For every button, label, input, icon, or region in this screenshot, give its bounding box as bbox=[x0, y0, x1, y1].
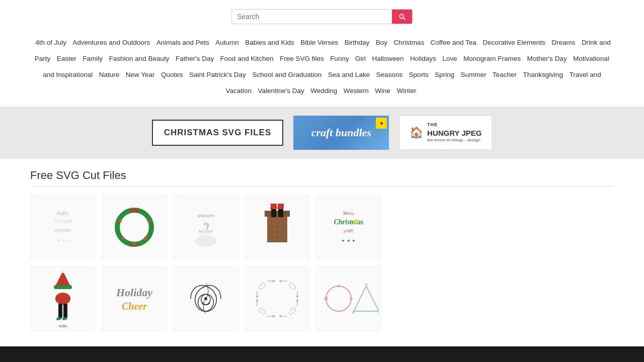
nav-link-western[interactable]: Western bbox=[344, 87, 369, 95]
svg-text:Merry: Merry bbox=[343, 211, 355, 216]
craftbundles-banner[interactable]: craft bundles ✦ bbox=[293, 116, 389, 150]
nav-link-seasons[interactable]: Seasons bbox=[376, 71, 403, 78]
svg-point-70 bbox=[365, 283, 368, 286]
nav-link-christmas[interactable]: Christmas bbox=[393, 39, 424, 46]
hungry-name: HUNGRY JPEG bbox=[427, 128, 481, 138]
svg-point-65 bbox=[326, 286, 351, 311]
svg-item-swirls[interactable] bbox=[173, 266, 238, 331]
hungryjpeg-banner[interactable]: 🏠 THE HUNGRY JPEG the home of cheap... d… bbox=[399, 116, 492, 150]
nav-link-family[interactable]: Family bbox=[83, 55, 103, 62]
nav-link-wedding[interactable]: Wedding bbox=[310, 87, 337, 95]
svg-rect-40 bbox=[63, 304, 67, 318]
banner-section: CHRISTMAS SVG FILES craft bundles ✦ 🏠 TH… bbox=[0, 107, 644, 159]
nav-link-girl[interactable]: Girl bbox=[355, 55, 366, 62]
svg-item-elfie[interactable]: #elfie bbox=[30, 266, 96, 331]
nav-link-wine[interactable]: Wine bbox=[375, 87, 390, 95]
nav-link-spring[interactable]: Spring bbox=[435, 71, 454, 78]
nav-link-boy[interactable]: Boy bbox=[376, 39, 387, 46]
nav-link-coffee[interactable]: Coffee and Tea bbox=[431, 39, 476, 46]
nav-link-autumn[interactable]: Autumn bbox=[215, 39, 239, 46]
nav-link-school[interactable]: School and Graduation bbox=[252, 71, 321, 78]
svg-point-68 bbox=[337, 285, 340, 288]
nav-link-mothers[interactable]: Mother's Day bbox=[527, 55, 567, 62]
nav-link-valentines[interactable]: Valentine's Day bbox=[258, 87, 304, 95]
svg-item-arrows[interactable] bbox=[245, 266, 310, 331]
nav-link-nature[interactable]: Nature bbox=[99, 71, 120, 78]
search-input[interactable] bbox=[232, 10, 392, 24]
nav-link-decorative[interactable]: Decorative Elements bbox=[482, 39, 545, 46]
svg-point-5 bbox=[132, 208, 136, 212]
nav-link-adventures[interactable]: Adventures and Outdoors bbox=[72, 39, 150, 46]
svg-grid-row2: #elfie Holiday Cheer bbox=[30, 266, 614, 331]
svg-point-61 bbox=[258, 282, 267, 291]
svg-item-geo-frame[interactable] bbox=[316, 266, 381, 331]
svg-marker-58 bbox=[296, 296, 299, 299]
nav-link-teacher[interactable]: Teacher bbox=[493, 71, 517, 78]
nav-link-holidays[interactable]: Holidays bbox=[410, 55, 436, 62]
christmas-banner[interactable]: CHRISTMAS SVG FILES bbox=[152, 116, 284, 150]
svg-marker-54 bbox=[256, 296, 259, 299]
nav-link-bible[interactable]: Bible Verses bbox=[300, 39, 338, 46]
nav-link-easter[interactable]: Easter bbox=[57, 55, 76, 62]
craftbundles-ribbon: ✦ bbox=[376, 118, 387, 129]
svg-item-santa-chimney[interactable] bbox=[245, 195, 310, 260]
svg-text:Christmas: Christmas bbox=[334, 218, 364, 226]
main-content: Free SVG Cut Files baby it's cold outsid… bbox=[0, 159, 644, 346]
svg-item-unicorn[interactable]: unicorn in winter bbox=[173, 195, 238, 260]
nav-link-summer[interactable]: Summer bbox=[461, 71, 487, 78]
svg-point-34 bbox=[354, 219, 359, 224]
svg-marker-48 bbox=[279, 280, 282, 283]
search-button[interactable] bbox=[392, 10, 412, 24]
search-container bbox=[231, 9, 413, 24]
svg-point-71 bbox=[352, 311, 355, 314]
svg-text:outside: outside bbox=[55, 227, 71, 233]
nav-link-birthday[interactable]: Birthday bbox=[345, 39, 370, 46]
svg-text:unicorn: unicorn bbox=[197, 212, 215, 218]
svg-marker-35 bbox=[55, 271, 70, 286]
nav-link-babies[interactable]: Babies and Kids bbox=[245, 39, 294, 46]
svg-item-holiday-cheer[interactable]: Holiday Cheer bbox=[102, 266, 167, 331]
svg-marker-46 bbox=[273, 280, 276, 283]
svg-point-62 bbox=[288, 282, 297, 291]
nav-link-fashion[interactable]: Fashion and Beauty bbox=[109, 55, 170, 62]
nav-link-fathers[interactable]: Father's Day bbox=[176, 55, 214, 62]
svg-item-baby-cold[interactable]: baby it's cold outside ❄ ❄ ❄ bbox=[30, 195, 96, 260]
nav-link-love[interactable]: Love bbox=[442, 55, 457, 62]
svg-point-6 bbox=[130, 209, 133, 212]
svg-item-merry-christmas[interactable]: Merry Christmas y'all! ✦ ✦ ✦ bbox=[316, 195, 381, 260]
nav-link-monogram[interactable]: Monogram Frames bbox=[463, 55, 521, 62]
svg-rect-26 bbox=[277, 208, 283, 209]
svg-point-29 bbox=[276, 236, 278, 238]
nav-link-newyear[interactable]: New Year bbox=[126, 71, 155, 78]
svg-point-11 bbox=[147, 220, 150, 223]
svg-point-9 bbox=[122, 237, 125, 240]
nav-link-animals[interactable]: Animals and Pets bbox=[156, 39, 209, 46]
nav-link-food[interactable]: Food and Kitchen bbox=[220, 55, 274, 62]
hungry-text: THE HUNGRY JPEG the home of cheap... des… bbox=[427, 122, 481, 143]
nav-link-quotes[interactable]: Quotes bbox=[161, 71, 183, 78]
nav-link-stpatricks[interactable]: Saint Patrick's Day bbox=[189, 71, 246, 78]
section-title: Free SVG Cut Files bbox=[30, 169, 614, 187]
nav-link-sports[interactable]: Sports bbox=[409, 71, 429, 78]
svg-point-63 bbox=[258, 307, 267, 316]
nav-link-free[interactable]: Free SVG files bbox=[280, 55, 324, 62]
svg-text:it's cold: it's cold bbox=[54, 218, 72, 224]
nav-link-sea[interactable]: Sea and Lake bbox=[328, 71, 370, 78]
nav-link-thanksgiving[interactable]: Thanksgiving bbox=[523, 71, 564, 78]
nav-link-halloween[interactable]: Halloween bbox=[372, 55, 404, 62]
svg-point-67 bbox=[324, 297, 328, 301]
svg-marker-56 bbox=[256, 299, 259, 302]
svg-rect-36 bbox=[54, 285, 72, 289]
hungry-icon: 🏠 bbox=[410, 126, 423, 139]
svg-marker-52 bbox=[279, 315, 282, 318]
nav-link-4th[interactable]: 4th of July bbox=[35, 39, 66, 46]
craftbundles-text: craft bundles bbox=[311, 126, 371, 139]
svg-item-wreath[interactable] bbox=[102, 195, 167, 260]
svg-text:Cheer: Cheer bbox=[122, 301, 147, 312]
nav-link-winter[interactable]: Winter bbox=[397, 87, 417, 95]
nav-link-dreams[interactable]: Dreams bbox=[551, 39, 575, 46]
svg-text:in: in bbox=[204, 220, 208, 226]
svg-marker-50 bbox=[273, 315, 276, 318]
svg-marker-66 bbox=[354, 286, 379, 311]
nav-link-funny[interactable]: Funny bbox=[330, 55, 349, 62]
